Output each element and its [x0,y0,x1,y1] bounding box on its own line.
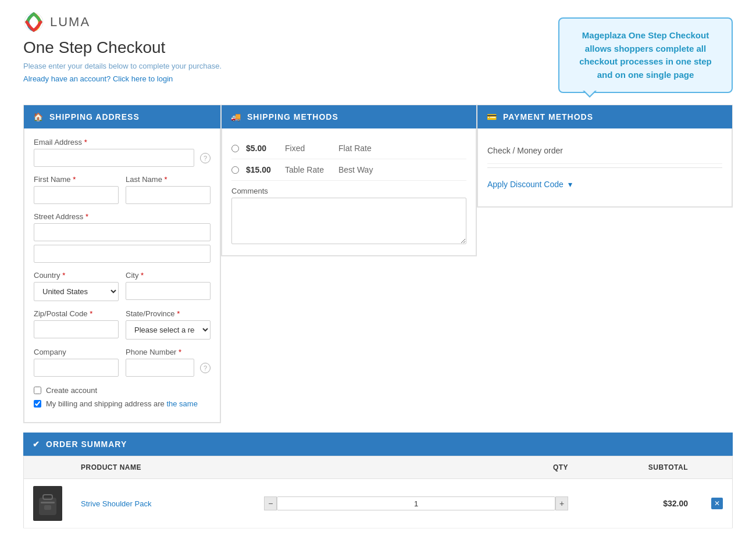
street-address-input-1[interactable] [34,223,211,241]
company-input[interactable] [34,359,119,377]
last-name-input[interactable] [126,186,211,204]
product-qty-cell: − + [255,479,577,528]
truck-icon: 🚚 [231,112,241,122]
shipping-price-table: $15.00 [246,165,278,174]
phone-input[interactable] [126,359,194,377]
order-table: PRODUCT NAME QTY SUBTOTAL [23,456,733,528]
svg-rect-3 [41,502,55,503]
shipping-radio-fixed[interactable] [231,145,239,152]
login-link[interactable]: Already have an account? Click here to l… [23,74,173,83]
col-product: PRODUCT NAME [72,456,255,479]
order-summary-header: ✔ ORDER SUMMARY [23,433,733,456]
billing-same-checkbox[interactable] [34,400,41,408]
card-icon: 💳 [487,112,497,122]
billing-same-link[interactable]: the same [166,399,197,408]
zip-input[interactable] [34,320,119,338]
subtitle: Please enter your details below to compl… [23,62,222,70]
col-remove [697,456,733,479]
shipping-type-table: Table Rate [285,165,331,174]
chevron-down-icon: ▾ [568,180,572,189]
create-account-checkbox[interactable] [34,387,41,394]
speech-bubble: Mageplaza One Step Checkout allows shopp… [558,17,733,93]
first-name-label: First Name * [34,175,119,184]
remove-item-button[interactable]: ✕ [711,498,723,509]
city-input[interactable] [126,282,211,300]
col-subtotal: SUBTOTAL [577,456,697,479]
home-icon: 🏠 [33,112,44,122]
qty-controls: − + [264,496,568,510]
col-image [24,456,72,479]
country-select[interactable]: United States [34,282,119,301]
shipping-address-header: 🏠 SHIPPING ADDRESS [24,105,220,128]
street-address-label: Street Address * [34,212,211,221]
shipping-label-best: Best Way [338,165,373,174]
street-address-input-2[interactable] [34,245,211,263]
product-name-cell: Strive Shoulder Pack [72,479,255,528]
email-input[interactable] [34,149,194,167]
svg-rect-4 [44,505,51,510]
shipping-price-fixed: $5.00 [246,144,278,153]
payment-check-money: Check / Money order [487,138,722,164]
phone-label: Phone Number * [126,348,211,356]
qty-decrease-button[interactable]: − [264,496,277,510]
checkmark-icon: ✔ [33,439,40,449]
last-name-label: Last Name * [126,175,211,184]
city-label: City * [126,271,211,280]
phone-help-icon[interactable]: ? [200,363,211,373]
shipping-radio-table[interactable] [231,166,239,174]
logo-text: LUMA [50,15,90,30]
shipping-methods-header: 🚚 SHIPPING METHODS [222,105,476,128]
shipping-option-fixed[interactable]: $5.00 Fixed Flat Rate [231,138,466,159]
discount-code-toggle[interactable]: Apply Discount Code ▾ [487,171,722,197]
zip-label: Zip/Postal Code * [34,309,119,318]
totals-section: Cart Subtotal $32.00 Shipping Not yet ca… [23,528,733,536]
page-title: One Step Checkout [23,38,222,57]
product-subtotal-cell: $32.00 [577,479,697,528]
payment-methods-header: 💳 PAYMENT METHODS [477,105,732,128]
shipping-type-fixed: Fixed [285,144,331,153]
country-label: Country * [34,271,119,280]
create-account-label: Create account [46,386,97,395]
comments-label: Comments [231,187,466,195]
qty-input[interactable] [277,496,555,510]
order-summary-section: ✔ ORDER SUMMARY PRODUCT NAME QTY SUBTOTA… [23,433,733,536]
email-label: Email Address * [34,138,211,146]
state-label: State/Province * [126,309,211,318]
email-help-icon[interactable]: ? [200,153,211,163]
shipping-label-flat: Flat Rate [338,144,372,153]
first-name-input[interactable] [34,186,119,204]
product-image-cell [24,479,72,528]
discount-label: Apply Discount Code [487,180,564,189]
product-image [33,486,62,521]
shipping-option-table[interactable]: $15.00 Table Rate Best Way [231,159,466,181]
billing-same-label: My billing and shipping address are the … [46,399,198,408]
product-remove-cell: ✕ [697,479,733,528]
comments-textarea[interactable] [231,198,466,244]
order-item-row: Strive Shoulder Pack − + $32.00 ✕ [24,479,733,528]
company-label: Company [34,348,119,356]
state-select[interactable]: Please select a region [126,320,211,340]
col-qty: QTY [255,456,577,479]
qty-increase-button[interactable]: + [555,496,568,510]
product-name-link[interactable]: Strive Shoulder Pack [81,499,151,508]
